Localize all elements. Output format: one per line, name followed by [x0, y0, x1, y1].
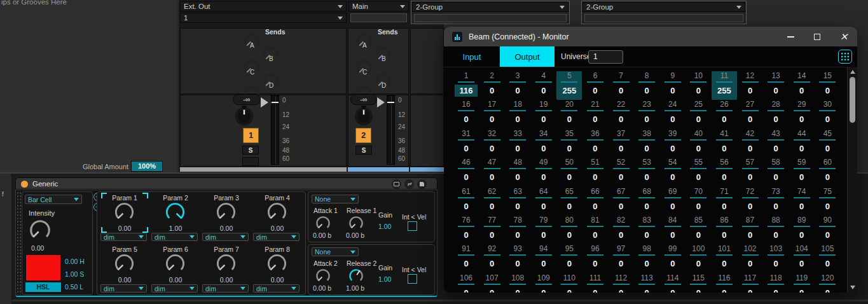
- hsl-mode-button[interactable]: HSL: [25, 282, 61, 292]
- param-route-dropdown[interactable]: dim: [100, 233, 147, 241]
- tab-output[interactable]: Output: [500, 46, 555, 67]
- track2-color-bar[interactable]: [348, 167, 409, 172]
- param-route-dropdown[interactable]: dim: [253, 284, 300, 293]
- minimize-button[interactable]: [777, 27, 804, 46]
- release1-value[interactable]: 0.00 b: [346, 231, 364, 239]
- track1-color-bar[interactable]: [180, 167, 347, 172]
- track1-output-channel-dropdown[interactable]: 1: [180, 13, 347, 23]
- track1-activator[interactable]: 1: [243, 128, 259, 143]
- track1-meter[interactable]: [271, 95, 279, 165]
- param-route-dropdown[interactable]: dim: [202, 233, 249, 241]
- track2-fader-handle[interactable]: [377, 97, 385, 107]
- param-value[interactable]: 0.00: [99, 225, 150, 232]
- param-knob[interactable]: [215, 201, 237, 223]
- channel-value: 0: [815, 200, 840, 212]
- track1-output-routing-dropdown[interactable]: Ext. Out: [180, 1, 347, 11]
- lightness-value[interactable]: 0.50 L: [65, 283, 83, 291]
- channel-number: 108: [505, 273, 530, 283]
- attack1-knob[interactable]: [315, 215, 331, 231]
- param-knob[interactable]: [164, 201, 186, 223]
- param-route-dropdown[interactable]: dim: [151, 284, 198, 293]
- param-value[interactable]: 0.00: [201, 276, 252, 284]
- gain1-value[interactable]: 1.00: [378, 223, 391, 230]
- param-knob[interactable]: [113, 201, 135, 223]
- track2-pan-knob[interactable]: [353, 106, 375, 127]
- env1-mode-dropdown[interactable]: None: [312, 195, 359, 204]
- param-value[interactable]: 0.00: [99, 276, 150, 284]
- track2-output-channel-box[interactable]: [350, 13, 407, 22]
- param-route-dropdown[interactable]: dim: [253, 233, 300, 241]
- param-knob[interactable]: [164, 252, 186, 275]
- track2-solo-button[interactable]: S: [355, 146, 372, 155]
- track4-output-channel-box[interactable]: [584, 14, 743, 22]
- cell-type-dropdown[interactable]: Bar Cell: [25, 195, 82, 204]
- track1-fader-handle[interactable]: [261, 97, 268, 107]
- device-title-bar[interactable]: Generic ⇄: [15, 177, 437, 190]
- hue-value[interactable]: 0.00 H: [65, 258, 85, 265]
- device-view-scroll-strip[interactable]: [0, 300, 868, 301]
- intensity-knob[interactable]: [28, 218, 52, 242]
- device-drag-handle[interactable]: [17, 191, 21, 294]
- intvel2-checkbox[interactable]: [408, 274, 417, 284]
- track1-pan-knob[interactable]: [233, 106, 255, 127]
- universe-input[interactable]: 1: [588, 50, 623, 64]
- grid-scrollbar[interactable]: [847, 67, 857, 293]
- intvel1-checkbox[interactable]: [408, 221, 417, 231]
- intensity-value[interactable]: 0.00: [31, 244, 44, 252]
- channel-value: 0: [738, 142, 763, 155]
- map-mode-button[interactable]: [392, 179, 401, 189]
- track4-output-routing-dropdown[interactable]: 2-Group: [582, 2, 745, 12]
- maximize-button[interactable]: [804, 27, 830, 46]
- global-amount-value[interactable]: 100%: [131, 161, 163, 172]
- track2-volume-field[interactable]: -∞: [350, 94, 377, 105]
- channel-number: 88: [763, 216, 789, 225]
- attack2-value[interactable]: 0.00 b: [313, 284, 331, 292]
- param-value[interactable]: 0.00: [252, 276, 303, 284]
- track1-volume-field[interactable]: -∞: [233, 94, 261, 105]
- env2-mode-dropdown[interactable]: None: [312, 247, 359, 256]
- param-route-dropdown[interactable]: dim: [151, 233, 198, 241]
- track3-color-bar[interactable]: [410, 167, 444, 172]
- color-swatch[interactable]: [25, 254, 61, 281]
- param-value[interactable]: 1.00: [150, 225, 201, 232]
- param-value[interactable]: 0.00: [150, 276, 201, 284]
- track1-solo-button[interactable]: S: [242, 146, 259, 155]
- param-knob[interactable]: [266, 252, 288, 275]
- release1-knob[interactable]: [348, 215, 364, 231]
- scroll-down-icon[interactable]: [850, 286, 855, 289]
- param-route-dropdown[interactable]: dim: [202, 284, 249, 293]
- scroll-up-icon[interactable]: [850, 70, 855, 74]
- window-title-bar[interactable]: Beam (Connected) - Monitor ✕: [444, 27, 857, 46]
- track3-output-channel-box[interactable]: [414, 14, 567, 22]
- release2-knob[interactable]: [348, 268, 364, 284]
- tab-input[interactable]: Input: [444, 46, 500, 67]
- param-value[interactable]: 0.00: [252, 225, 303, 232]
- param-knob[interactable]: [113, 252, 135, 275]
- channel-number: 43: [763, 129, 789, 139]
- grid-icon: [841, 53, 849, 60]
- close-button[interactable]: ✕: [830, 27, 857, 46]
- param-route-dropdown[interactable]: dim: [100, 284, 147, 293]
- track2-output-routing-dropdown[interactable]: Main: [348, 1, 409, 11]
- channel-number: 50: [556, 158, 582, 167]
- attack2-knob[interactable]: [315, 268, 331, 284]
- param-value[interactable]: 0.00: [201, 225, 252, 232]
- save-preset-button[interactable]: [417, 179, 427, 189]
- dmx-channel-72: 720: [738, 187, 763, 216]
- channel-number: 5: [556, 71, 582, 81]
- track2-activator[interactable]: 2: [355, 128, 371, 143]
- track1-arm-button[interactable]: [242, 157, 259, 166]
- release2-value[interactable]: 1.00 b: [346, 284, 364, 292]
- scrollbar-thumb[interactable]: [850, 77, 855, 123]
- gain2-value[interactable]: 1.00: [378, 275, 391, 283]
- saturation-value[interactable]: 1.00 S: [65, 270, 84, 278]
- attack1-value[interactable]: 0.00 b: [313, 231, 331, 239]
- clip-drop-area[interactable]: ips or Grooves Here Global Amount 100%: [0, 0, 177, 172]
- track2-meter[interactable]: [387, 95, 395, 165]
- param-knob[interactable]: [215, 252, 237, 275]
- device-on-toggle[interactable]: [21, 181, 28, 188]
- hot-swap-button[interactable]: ⇄: [404, 179, 414, 189]
- param-knob[interactable]: [266, 201, 288, 223]
- grid-view-button[interactable]: [838, 50, 852, 64]
- track3-output-routing-dropdown[interactable]: 2-Group: [412, 2, 568, 12]
